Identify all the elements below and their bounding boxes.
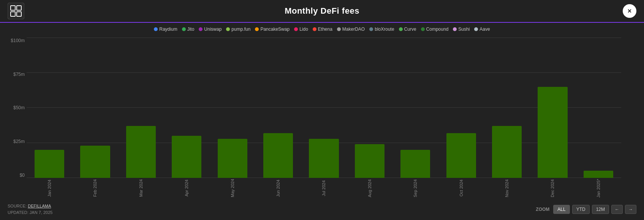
source-prefix: SOURCE: — [8, 204, 28, 208]
zoom-12m-button[interactable]: 12M — [592, 205, 609, 214]
legend-label: Jito — [187, 27, 195, 32]
bar-group — [392, 38, 438, 178]
x-axis-label: Aug 2024 — [347, 179, 392, 198]
legend-item-curve[interactable]: Curve — [399, 27, 416, 32]
bars-container — [27, 38, 621, 178]
bar-group — [72, 38, 118, 178]
y-axis-label: $25m — [13, 139, 25, 144]
x-axis: Jan 2024Feb 2024Mar 2024Apr 2024May 2024… — [27, 179, 621, 198]
zoom-ytd-button[interactable]: YTD — [572, 205, 590, 214]
bar-group — [438, 38, 484, 178]
x-axis-label: Sep 2024 — [392, 179, 438, 198]
legend-label: MakerDAO — [342, 27, 365, 32]
legend-dot — [399, 27, 403, 31]
y-axis-label: $100m — [11, 38, 25, 43]
source-info: SOURCE: DEFILLAMA UPDATED: JAN 7, 2025 — [8, 203, 52, 216]
zoom-prev-button[interactable]: ← — [611, 205, 623, 214]
legend-item-uniswap[interactable]: Uniswap — [199, 27, 222, 32]
x-axis-label: Jun 2024 — [255, 179, 301, 198]
legend-dot — [294, 27, 298, 31]
bar[interactable] — [35, 150, 64, 178]
legend-dot — [154, 27, 158, 31]
y-axis-label: $50m — [13, 105, 25, 110]
bar-group — [27, 38, 72, 178]
legend-label: Aave — [479, 27, 490, 32]
legend-item-sushi[interactable]: Sushi — [453, 27, 470, 32]
legend-dot — [369, 27, 373, 31]
x-axis-label: Mar 2024 — [118, 179, 164, 198]
bar[interactable] — [492, 126, 522, 178]
legend-item-jito[interactable]: Jito — [182, 27, 195, 32]
legend-item-bloxroute[interactable]: bloXroute — [369, 27, 394, 32]
legend-item-ethena[interactable]: Ethena — [313, 27, 332, 32]
chart-area: $100m$75m$50m$25m$0 Jan 2024Feb 2024Mar … — [0, 34, 644, 201]
legend-dot — [182, 27, 186, 31]
x-axis-label: Nov 2024 — [484, 179, 530, 198]
bar-group — [164, 38, 209, 178]
bar[interactable] — [584, 171, 613, 178]
bar[interactable] — [218, 139, 247, 178]
bar-group — [210, 38, 255, 178]
legend-dot — [474, 27, 478, 31]
page-title: Monthly DeFi fees — [285, 6, 359, 16]
updated-line: UPDATED: JAN 7, 2025 — [8, 209, 52, 216]
zoom-next-button[interactable]: → — [625, 205, 636, 214]
legend-label: Uniswap — [204, 27, 222, 32]
bar[interactable] — [126, 126, 156, 178]
main-container: Monthly DeFi fees × RaydiumJitoUniswappu… — [0, 0, 644, 220]
legend-dot — [226, 27, 230, 31]
bar-group — [576, 38, 621, 178]
legend-label: Curve — [404, 27, 416, 32]
bar-group — [484, 38, 530, 178]
logo — [8, 3, 24, 19]
x-axis-label: Jul 2024 — [301, 179, 347, 198]
svg-rect-0 — [8, 3, 24, 19]
legend-label: Raydium — [159, 27, 177, 32]
header: Monthly DeFi fees × — [0, 0, 644, 23]
y-axis: $100m$75m$50m$25m$0 — [4, 38, 25, 178]
bar-group — [118, 38, 164, 178]
legend: RaydiumJitoUniswappump.funPancakeSwapLid… — [0, 23, 644, 34]
y-axis-label: $0 — [20, 173, 25, 178]
bar-group — [301, 38, 347, 178]
bar[interactable] — [446, 133, 476, 178]
source-line: SOURCE: DEFILLAMA — [8, 203, 52, 210]
legend-dot — [313, 27, 316, 31]
legend-dot — [337, 27, 341, 31]
legend-item-makerdao[interactable]: MakerDAO — [337, 27, 365, 32]
legend-item-pancakeswap[interactable]: PancakeSwap — [255, 27, 290, 32]
legend-item-compound[interactable]: Compound — [421, 27, 449, 32]
zoom-all-button[interactable]: ALL — [553, 205, 570, 214]
y-axis-label: $75m — [13, 72, 25, 77]
bar[interactable] — [80, 146, 110, 178]
legend-item-aave[interactable]: Aave — [474, 27, 490, 32]
legend-label: Compound — [426, 27, 449, 32]
x-axis-label: Dec 2024 — [530, 179, 575, 198]
bar[interactable] — [172, 136, 201, 178]
legend-dot — [453, 27, 457, 31]
x-axis-label: Jan 2024 — [27, 179, 72, 198]
legend-item-raydium[interactable]: Raydium — [154, 27, 177, 32]
zoom-controls: ZOOM ALL YTD 12M ← → — [536, 205, 636, 214]
bar[interactable] — [355, 144, 385, 178]
legend-item-pump-fun[interactable]: pump.fun — [226, 27, 250, 32]
close-button[interactable]: × — [623, 4, 636, 18]
bar-group — [530, 38, 575, 178]
bar[interactable] — [309, 139, 339, 178]
legend-item-lido[interactable]: Lido — [294, 27, 308, 32]
bar[interactable] — [538, 87, 567, 178]
bar-group — [255, 38, 301, 178]
bar[interactable] — [400, 150, 430, 178]
footer: SOURCE: DEFILLAMA UPDATED: JAN 7, 2025 Z… — [0, 201, 644, 220]
legend-label: bloXroute — [375, 27, 394, 32]
legend-label: PancakeSwap — [260, 27, 290, 32]
bar-group — [347, 38, 392, 178]
legend-dot — [199, 27, 203, 31]
x-axis-label: May 2024 — [210, 179, 255, 198]
x-axis-label: Oct 2024 — [438, 179, 484, 198]
legend-label: Sushi — [458, 27, 470, 32]
source-link[interactable]: DEFILLAMA — [28, 204, 51, 208]
bar[interactable] — [263, 133, 293, 178]
legend-label: Lido — [299, 27, 308, 32]
x-axis-label: Apr 2024 — [164, 179, 209, 198]
